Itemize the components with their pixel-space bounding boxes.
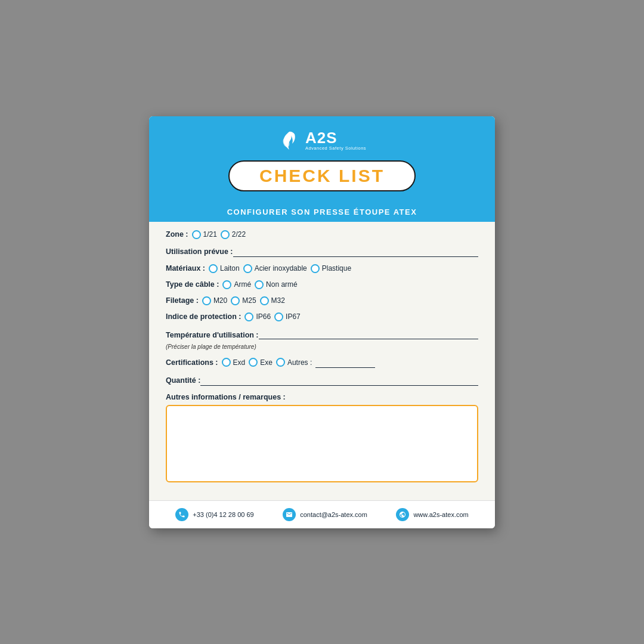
checklist-title-box: CHECK LIST xyxy=(228,160,416,191)
zone-option-2[interactable]: 2/22 xyxy=(221,230,246,239)
type-cable-label: Type de câble : xyxy=(166,280,219,289)
cert-exe[interactable]: Exe xyxy=(249,358,273,367)
filetage-label-m20: M20 xyxy=(213,296,227,305)
filetage-radio-m25[interactable] xyxy=(231,296,240,305)
utilisation-line[interactable] xyxy=(233,246,478,257)
indice-label-ip67: IP67 xyxy=(286,312,301,321)
quantite-label: Quantité : xyxy=(166,376,200,385)
zone-option-2-label: 2/22 xyxy=(232,230,246,239)
filetage-radio-m20[interactable] xyxy=(202,296,211,305)
materiaux-option-laiton[interactable]: Laiton xyxy=(209,264,240,273)
indice-protection-row: Indice de protection : IP66 IP67 xyxy=(166,312,478,321)
materiaux-radio-laiton[interactable] xyxy=(209,264,218,273)
materiaux-options: Laiton Acier inoxydable Plastique xyxy=(209,264,351,273)
materiaux-label-laiton: Laiton xyxy=(220,264,240,273)
filetage-m25[interactable]: M25 xyxy=(231,296,256,305)
section-header: CONFIGURER SON PRESSE ÉTOUPE ATEX xyxy=(149,202,495,222)
fields-area: Zone : 1/21 2/22 Utilisation prévue : xyxy=(149,230,495,482)
certifications-row: Certifications : Exd Exe Autres : xyxy=(166,357,478,368)
type-cable-label-non-arme: Non armé xyxy=(266,280,298,289)
footer-email: contact@a2s-atex.com xyxy=(283,508,367,521)
header: A2S Advanced Safety Solutions CHECK LIST xyxy=(149,116,495,202)
logo-text-block: A2S Advanced Safety Solutions xyxy=(305,130,366,151)
footer-website: www.a2s-atex.com xyxy=(396,508,468,521)
logo-area: A2S Advanced Safety Solutions xyxy=(278,129,366,152)
indice-protection-options: IP66 IP67 xyxy=(244,312,300,321)
autres-info-label: Autres informations / remarques : xyxy=(166,393,478,401)
type-cable-options: Armé Non armé xyxy=(222,280,297,289)
type-cable-arme[interactable]: Armé xyxy=(222,280,251,289)
materiaux-option-acier[interactable]: Acier inoxydable xyxy=(243,264,307,273)
materiaux-label-plastique: Plastique xyxy=(322,264,351,273)
cert-radio-autres[interactable] xyxy=(276,358,285,367)
logo-name: A2S xyxy=(305,130,338,145)
email-icon xyxy=(286,511,293,518)
temperature-line[interactable] xyxy=(259,329,478,339)
zone-option-1-label: 1/21 xyxy=(203,230,217,239)
filetage-options: M20 M25 M32 xyxy=(202,296,285,305)
zone-option-1[interactable]: 1/21 xyxy=(192,230,217,239)
temperature-row: Température d'utilisation : (Préciser la… xyxy=(166,329,478,350)
footer-website-text: www.a2s-atex.com xyxy=(413,511,468,518)
zone-options: 1/21 2/22 xyxy=(192,230,246,239)
filetage-label-m25: M25 xyxy=(242,296,256,305)
filetage-radio-m32[interactable] xyxy=(260,296,269,305)
utilisation-label: Utilisation prévue : xyxy=(166,247,233,256)
materiaux-option-plastique[interactable]: Plastique xyxy=(311,264,351,273)
checklist-title: CHECK LIST xyxy=(259,166,385,185)
filetage-m32[interactable]: M32 xyxy=(260,296,285,305)
logo-icon xyxy=(278,129,301,152)
type-cable-label-arme: Armé xyxy=(234,280,251,289)
temperature-sublabel: (Préciser la plage de température) xyxy=(166,343,256,350)
indice-label-ip66: IP66 xyxy=(256,312,271,321)
cert-label-autres: Autres : xyxy=(287,358,312,367)
type-cable-radio-non-arme[interactable] xyxy=(255,280,264,289)
cert-autres[interactable]: Autres : xyxy=(276,358,312,367)
cert-radio-exd[interactable] xyxy=(222,358,231,367)
cert-exd[interactable]: Exd xyxy=(222,358,246,367)
filetage-label-m32: M32 xyxy=(271,296,285,305)
utilisation-row: Utilisation prévue : xyxy=(166,246,478,257)
certifications-options: Exd Exe Autres : xyxy=(222,357,376,368)
footer: +33 (0)4 12 28 00 69 contact@a2s-atex.co… xyxy=(149,500,495,528)
logo-subtitle: Advanced Safety Solutions xyxy=(305,145,366,151)
filetage-m20[interactable]: M20 xyxy=(202,296,227,305)
footer-phone: +33 (0)4 12 28 00 69 xyxy=(175,508,253,521)
indice-ip67[interactable]: IP67 xyxy=(274,312,301,321)
footer-phone-text: +33 (0)4 12 28 00 69 xyxy=(193,511,253,518)
cert-autres-line[interactable] xyxy=(315,357,375,368)
filetage-row: Filetage : M20 M25 M32 xyxy=(166,296,478,305)
phone-icon xyxy=(178,511,185,518)
type-cable-non-arme[interactable]: Non armé xyxy=(255,280,298,289)
cert-label-exd: Exd xyxy=(233,358,246,367)
email-icon-circle xyxy=(283,508,296,521)
globe-icon-circle xyxy=(396,508,409,521)
zone-radio-1[interactable] xyxy=(192,230,201,239)
materiaux-radio-acier[interactable] xyxy=(243,264,252,273)
autres-info-section: Autres informations / remarques : xyxy=(166,393,478,482)
zone-radio-2[interactable] xyxy=(221,230,230,239)
materiaux-radio-plastique[interactable] xyxy=(311,264,320,273)
zone-row: Zone : 1/21 2/22 xyxy=(166,230,478,239)
body-content: CONFIGURER SON PRESSE ÉTOUPE ATEX Zone :… xyxy=(149,202,495,494)
document: A2S Advanced Safety Solutions CHECK LIST… xyxy=(149,116,495,528)
zone-label: Zone : xyxy=(166,230,188,239)
autres-info-box[interactable] xyxy=(166,405,478,482)
certifications-label: Certifications : xyxy=(166,358,218,367)
materiaux-label-acier: Acier inoxydable xyxy=(255,264,307,273)
indice-radio-ip67[interactable] xyxy=(274,312,283,321)
cert-radio-exe[interactable] xyxy=(249,358,258,367)
indice-ip66[interactable]: IP66 xyxy=(244,312,271,321)
type-cable-radio-arme[interactable] xyxy=(222,280,231,289)
globe-icon xyxy=(399,511,406,518)
quantite-line[interactable] xyxy=(200,375,478,386)
quantite-row: Quantité : xyxy=(166,375,478,386)
indice-radio-ip66[interactable] xyxy=(244,312,253,321)
type-cable-row: Type de câble : Armé Non armé xyxy=(166,280,478,289)
temperature-label: Température d'utilisation : xyxy=(166,331,259,339)
materiaux-label: Matériaux : xyxy=(166,264,205,273)
materiaux-row: Matériaux : Laiton Acier inoxydable Plas… xyxy=(166,264,478,273)
phone-icon-circle xyxy=(175,508,188,521)
footer-email-text: contact@a2s-atex.com xyxy=(300,511,367,518)
indice-protection-label: Indice de protection : xyxy=(166,312,241,321)
